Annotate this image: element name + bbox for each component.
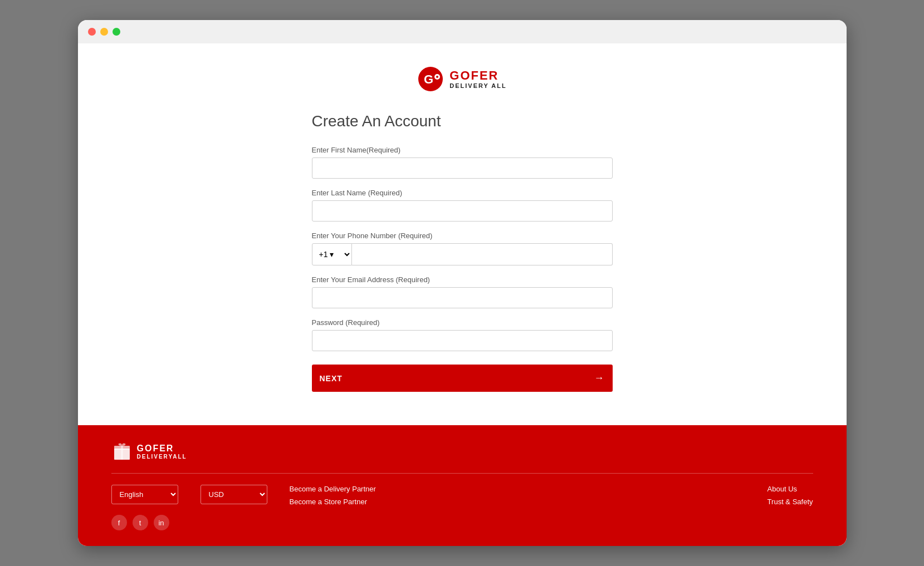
delivery-partner-link[interactable]: Become a Delivery Partner (290, 485, 376, 493)
last-name-label: Enter Last Name (Required) (312, 189, 613, 197)
language-select[interactable]: English Spanish French (111, 485, 178, 504)
browser-titlebar (78, 20, 847, 43)
password-input[interactable] (312, 330, 613, 351)
phone-group: Enter Your Phone Number (Required) +1 ▾ … (312, 232, 613, 265)
facebook-icon[interactable]: f (111, 515, 127, 530)
phone-country-select[interactable]: +1 ▾ +44 +91 (312, 243, 352, 265)
footer-brand: GOFER (137, 444, 187, 454)
logo-text-block: GOFER DELIVERY ALL (449, 69, 506, 89)
footer-logo-text-block: GOFER DELIVERYALL (137, 444, 187, 460)
next-button[interactable]: NEXT → (312, 365, 613, 392)
footer-divider (111, 473, 813, 474)
form-container: Create An Account Enter First Name(Requi… (312, 112, 613, 392)
svg-rect-6 (121, 446, 123, 460)
main-content: G GOFER DELIVERY ALL Create An Account E… (78, 43, 847, 425)
logo-area: G GOFER DELIVERY ALL (417, 66, 506, 92)
email-input[interactable] (312, 287, 613, 308)
close-button[interactable] (88, 28, 96, 36)
browser-window: G GOFER DELIVERY ALL Create An Account E… (78, 20, 847, 546)
footer: GOFER DELIVERYALL English Spanish French… (78, 425, 847, 546)
footer-links-col2: About Us Trust & Safety (767, 485, 813, 506)
footer-logo-area: GOFER DELIVERYALL (111, 441, 813, 462)
next-button-arrow: → (594, 372, 605, 384)
trust-safety-link[interactable]: Trust & Safety (767, 498, 813, 506)
first-name-group: Enter First Name(Required) (312, 146, 613, 179)
phone-input[interactable] (352, 243, 613, 265)
footer-bottom: English Spanish French USD EUR GBP Becom… (111, 485, 813, 506)
password-label: Password (Required) (312, 318, 613, 327)
page-title: Create An Account (312, 112, 613, 130)
svg-text:G: G (424, 72, 433, 86)
browser-content: G GOFER DELIVERY ALL Create An Account E… (78, 43, 847, 546)
phone-row: +1 ▾ +44 +91 (312, 243, 613, 265)
twitter-icon[interactable]: t (133, 515, 148, 530)
password-group: Password (Required) (312, 318, 613, 351)
about-us-link[interactable]: About Us (767, 485, 813, 493)
currency-select[interactable]: USD EUR GBP (201, 485, 267, 504)
phone-label: Enter Your Phone Number (Required) (312, 232, 613, 240)
footer-brand-sub: DELIVERYALL (137, 454, 187, 460)
last-name-input[interactable] (312, 200, 613, 222)
last-name-group: Enter Last Name (Required) (312, 189, 613, 222)
first-name-input[interactable] (312, 158, 613, 179)
svg-point-3 (436, 76, 438, 78)
next-button-label: NEXT (320, 374, 343, 383)
instagram-icon[interactable]: in (154, 515, 169, 530)
first-name-label: Enter First Name(Required) (312, 146, 613, 154)
logo-tagline: DELIVERY ALL (449, 82, 506, 89)
email-label: Enter Your Email Address (Required) (312, 275, 613, 284)
footer-logo-icon (111, 441, 133, 462)
logo-brand: GOFER (449, 69, 506, 82)
email-group: Enter Your Email Address (Required) (312, 275, 613, 308)
footer-links-col1: Become a Delivery Partner Become a Store… (290, 485, 376, 506)
maximize-button[interactable] (113, 28, 120, 36)
store-partner-link[interactable]: Become a Store Partner (290, 498, 376, 506)
minimize-button[interactable] (100, 28, 108, 36)
footer-social: f t in (111, 515, 813, 530)
gofer-logo-icon: G (417, 66, 444, 92)
